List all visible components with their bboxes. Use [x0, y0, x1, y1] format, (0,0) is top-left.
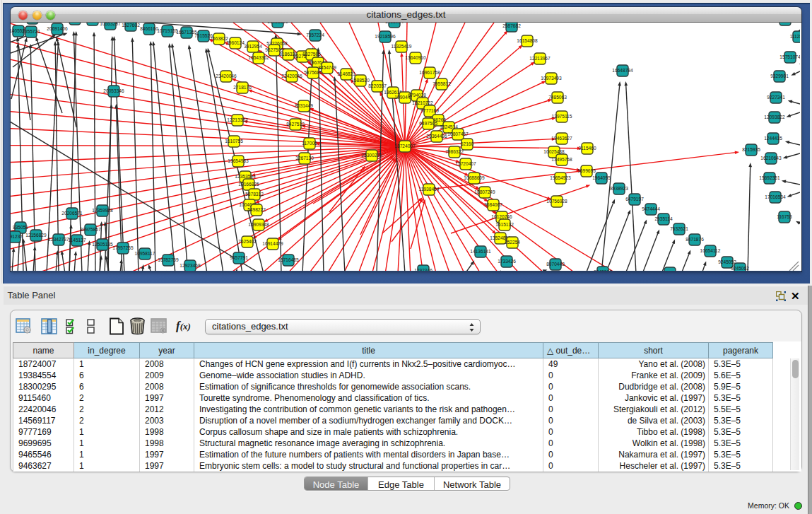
svg-text:9457791: 9457791 [230, 255, 248, 260]
svg-text:10973493: 10973493 [541, 76, 562, 81]
svg-text:8413054: 8413054 [385, 23, 404, 24]
svg-text:8031449: 8031449 [295, 103, 313, 108]
svg-text:15720407: 15720407 [455, 161, 476, 166]
svg-text:9329901: 9329901 [770, 74, 789, 78]
svg-text:17957255: 17957255 [112, 245, 134, 250]
svg-text:2935114: 2935114 [654, 216, 673, 221]
svg-text:12342737: 12342737 [48, 237, 69, 242]
svg-text:9227341: 9227341 [767, 95, 785, 100]
svg-text:2055721: 2055721 [22, 29, 40, 34]
svg-text:16120746: 16120746 [491, 214, 512, 219]
svg-text:16210722: 16210722 [412, 100, 433, 105]
svg-text:12923468: 12923468 [180, 263, 201, 268]
svg-text:19166825: 19166825 [238, 182, 259, 187]
svg-text:19654983: 19654983 [228, 158, 249, 163]
svg-text:1244415: 1244415 [764, 136, 782, 141]
svg-text:116753: 116753 [777, 214, 792, 219]
svg-text:2587682: 2587682 [502, 23, 521, 28]
svg-text:13975115: 13975115 [552, 114, 572, 119]
svg-text:12505135: 12505135 [92, 242, 113, 247]
svg-text:5498222: 5498222 [247, 207, 266, 212]
svg-text:16648784: 16648784 [612, 68, 633, 73]
svg-text:3267130: 3267130 [295, 156, 314, 160]
svg-text:19218596: 19218596 [375, 34, 396, 39]
svg-text:7485063: 7485063 [548, 95, 567, 100]
svg-text:8245052: 8245052 [661, 270, 679, 271]
svg-text:6497505: 6497505 [419, 121, 437, 126]
svg-text:8471876: 8471876 [686, 237, 704, 242]
svg-text:11938454: 11938454 [419, 187, 440, 192]
svg-text:8454749: 8454749 [318, 65, 336, 70]
svg-text:10688609: 10688609 [464, 175, 485, 180]
svg-text:1733426: 1733426 [498, 259, 516, 264]
svg-text:2718176: 2718176 [233, 85, 252, 90]
svg-text:20206571: 20206571 [61, 211, 83, 216]
svg-text:7986322: 7986322 [445, 149, 464, 154]
svg-text:117006: 117006 [302, 141, 317, 146]
svg-text:20364436: 20364436 [426, 134, 447, 139]
svg-text:16782759: 16782759 [158, 257, 179, 262]
svg-text:835051: 835051 [13, 225, 28, 230]
svg-text:13640910: 13640910 [405, 55, 426, 60]
svg-text:9777169: 9777169 [420, 108, 439, 113]
svg-text:10807457: 10807457 [447, 132, 469, 136]
svg-text:8070448: 8070448 [546, 262, 565, 267]
svg-text:3912954: 3912954 [244, 44, 262, 49]
svg-text:16033809: 16033809 [267, 23, 288, 24]
svg-text:16543362: 16543362 [248, 55, 269, 60]
svg-text:10719155: 10719155 [157, 28, 178, 33]
svg-text:9245052: 9245052 [718, 259, 736, 264]
svg-text:10756928: 10756928 [546, 199, 567, 204]
svg-text:6794028: 6794028 [408, 93, 426, 98]
svg-text:1145137: 1145137 [68, 238, 86, 243]
svg-text:16914479: 16914479 [262, 241, 283, 246]
svg-text:12353594: 12353594 [235, 174, 256, 179]
svg-text:16154808: 16154808 [517, 38, 538, 43]
svg-text:6479197: 6479197 [625, 197, 644, 201]
svg-text:8427512: 8427512 [286, 122, 305, 127]
svg-text:1292346: 1292346 [414, 268, 433, 271]
svg-text:12093822: 12093822 [764, 115, 785, 119]
svg-text:19654923: 19654923 [550, 175, 571, 180]
svg-text:1112861: 1112861 [790, 34, 800, 39]
svg-text:10654112: 10654112 [700, 248, 721, 253]
svg-text:16210643: 16210643 [760, 156, 782, 160]
svg-text:18724007: 18724007 [394, 144, 416, 148]
svg-text:15751074: 15751074 [779, 54, 800, 59]
svg-text:7625402: 7625402 [238, 239, 257, 244]
svg-text:16909348: 16909348 [248, 222, 269, 227]
svg-text:16961758: 16961758 [419, 70, 440, 75]
svg-text:15716485: 15716485 [278, 257, 299, 262]
svg-text:17016534: 17016534 [765, 194, 786, 199]
svg-text:7955812: 7955812 [433, 81, 451, 86]
svg-text:9146821: 9146821 [337, 71, 355, 76]
svg-text:8938923: 8938923 [610, 186, 628, 191]
svg-text:1527602: 1527602 [122, 23, 140, 28]
svg-text:1588520: 1588520 [351, 78, 370, 83]
svg-text:9245062: 9245062 [731, 266, 749, 271]
svg-text:23420046: 23420046 [216, 74, 237, 78]
svg-text:9684067: 9684067 [484, 202, 502, 207]
svg-text:7357224: 7357224 [306, 33, 324, 37]
svg-text:13495758: 13495758 [551, 157, 572, 162]
svg-text:22420046: 22420046 [281, 74, 302, 78]
svg-text:14136141: 14136141 [470, 249, 491, 254]
svg-text:391237: 391237 [11, 234, 23, 239]
svg-text:62160: 62160 [461, 141, 474, 146]
svg-text:8215935: 8215935 [742, 147, 760, 152]
svg-text:10025438: 10025438 [543, 149, 565, 154]
svg-text:17359928: 17359928 [92, 208, 113, 213]
svg-text:5875685: 5875685 [304, 70, 322, 75]
svg-text:9115460: 9115460 [578, 146, 596, 151]
svg-text:15692351: 15692351 [759, 175, 780, 180]
svg-text:25300279: 25300279 [361, 153, 382, 158]
svg-text:20053346: 20053346 [103, 88, 124, 93]
svg-text:1610755: 1610755 [225, 139, 243, 144]
svg-text:252254: 252254 [505, 240, 520, 245]
svg-text:10553257: 10553257 [100, 23, 121, 26]
svg-text:1615132: 1615132 [495, 222, 514, 227]
svg-text:30975857: 30975857 [80, 227, 101, 232]
svg-text:12213967: 12213967 [529, 56, 551, 61]
svg-text:20691406: 20691406 [47, 26, 68, 31]
svg-text:9699695: 9699695 [577, 168, 596, 173]
